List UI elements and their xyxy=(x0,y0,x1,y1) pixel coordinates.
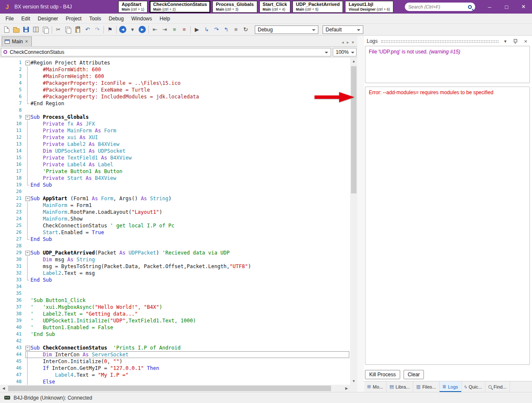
bookmark-icon[interactable]: ⚑ xyxy=(105,25,115,34)
quick-tab-layout1.bjl[interactable]: Layout1.bjlVisual Designer (ctrl + 6) xyxy=(345,1,393,13)
clear-logs-button[interactable]: Clear xyxy=(404,370,424,379)
export-icon[interactable] xyxy=(41,25,50,34)
tab-scroll-left-icon[interactable] xyxy=(342,40,344,45)
indent-icon[interactable]: ⇥ xyxy=(160,25,170,34)
vertical-scrollbar-track[interactable] xyxy=(350,65,357,378)
fold-collapse-icon[interactable] xyxy=(25,195,31,202)
titlebar: BX version first udp - B4J AppStartMain … xyxy=(0,0,532,14)
log-entry-warning[interactable]: File 'UDP.png' is not used. (warning #15… xyxy=(365,46,530,83)
horizontal-scrollbar[interactable] xyxy=(0,385,357,392)
vertical-scrollbar-thumb[interactable] xyxy=(351,66,357,193)
log-entry-error[interactable]: Error: --add-modules= requires modules t… xyxy=(365,87,530,365)
kill-process-button[interactable]: Kill Process xyxy=(365,370,400,379)
fold-guide xyxy=(25,73,31,80)
debug-mode-combobox[interactable]: Debug xyxy=(255,25,318,34)
panel-tab-libraries[interactable]: ▤Libra... xyxy=(387,381,413,392)
tab-list-icon[interactable] xyxy=(352,40,354,45)
line-number: 16 xyxy=(0,161,25,168)
search-input[interactable] xyxy=(408,4,468,9)
panel-splitter[interactable] xyxy=(357,36,364,392)
horizontal-scrollbar-track[interactable] xyxy=(7,385,343,392)
menu-file[interactable]: File xyxy=(2,14,17,23)
comment-icon[interactable]: ≡ xyxy=(170,25,179,34)
menu-project[interactable]: Project xyxy=(62,14,85,23)
code-line: 16 Private Label4 As Label xyxy=(0,161,350,168)
line-number: 7 xyxy=(0,100,25,107)
paste-icon[interactable] xyxy=(73,25,83,34)
fold-collapse-icon[interactable] xyxy=(25,59,31,66)
outdent-icon[interactable]: ⇤ xyxy=(150,25,160,34)
panel-drag-grip[interactable] xyxy=(381,40,499,43)
panel-tab-find[interactable]: Find... xyxy=(485,381,510,392)
navigate-back-icon[interactable] xyxy=(118,25,128,34)
copy-icon[interactable] xyxy=(63,25,73,34)
fold-guide xyxy=(25,317,31,324)
horizontal-scrollbar-thumb[interactable] xyxy=(8,386,331,391)
fold-collapse-icon[interactable] xyxy=(25,344,31,351)
step-into-icon[interactable]: ↳ xyxy=(202,25,212,34)
uncomment-icon[interactable]: ≡ xyxy=(179,25,189,34)
scroll-down-button[interactable] xyxy=(350,378,357,385)
build-configuration-combobox[interactable]: Default xyxy=(323,25,363,34)
run-icon[interactable]: ▶ xyxy=(192,25,202,34)
tab-scroll-right-icon[interactable] xyxy=(347,40,349,45)
undo-icon[interactable]: ↶ xyxy=(83,25,92,34)
close-button[interactable] xyxy=(515,0,532,14)
step-over-icon[interactable]: ↷ xyxy=(212,25,221,34)
annotation-arrow xyxy=(315,91,355,104)
scroll-right-button[interactable] xyxy=(343,385,350,392)
quick-tab-appstart[interactable]: AppStartMain (ctrl + 1) xyxy=(118,1,148,13)
maximize-button[interactable] xyxy=(498,0,515,14)
quick-tab-process_globals[interactable]: Process_GlobalsMain (ctrl + 3) xyxy=(212,1,257,13)
code-line: 34 xyxy=(0,283,350,290)
panel-tab-quick[interactable]: ϟQuic... xyxy=(462,381,486,392)
module-icon xyxy=(5,39,10,44)
logs-menu-button[interactable] xyxy=(502,38,509,45)
redo-icon[interactable]: ↷ xyxy=(92,25,102,34)
code-editor[interactable]: 1#Region Project Attributes2 #MainFormWi… xyxy=(0,58,350,385)
menu-debug[interactable]: Debug xyxy=(105,14,127,23)
open-icon[interactable] xyxy=(11,25,21,34)
quick-tab-udp_packetarrived[interactable]: UDP_PacketArrivedMain (ctrl + 5) xyxy=(292,1,343,13)
quick-tab-checkconnectionstatus[interactable]: CheckConnectionStatusMain (ctrl + 2) xyxy=(150,1,210,13)
logs-close-button[interactable] xyxy=(522,38,529,45)
search-box[interactable] xyxy=(405,3,475,11)
menu-tools[interactable]: Tools xyxy=(85,14,105,23)
new-icon[interactable] xyxy=(2,25,11,34)
search-icon[interactable] xyxy=(468,5,472,9)
code-text: Sub AppStart (Form1 As Form, Args() As S… xyxy=(31,195,171,202)
scroll-left-button[interactable] xyxy=(0,385,7,392)
line-number: 42 xyxy=(0,338,25,344)
cut-icon[interactable]: ✂ xyxy=(53,25,63,34)
navigate-forward-icon[interactable] xyxy=(137,25,147,34)
vertical-scrollbar[interactable] xyxy=(350,58,357,385)
modules-icon[interactable] xyxy=(31,25,41,34)
zoom-combobox[interactable]: 100% xyxy=(333,48,357,56)
menu-windows[interactable]: Windows xyxy=(128,14,156,23)
line-number: 19 xyxy=(0,182,25,188)
menu-help[interactable]: Help xyxy=(156,14,174,23)
code-text: #MainFormHeight: 600 xyxy=(31,73,104,80)
panel-tab-logs[interactable]: ≣Logs xyxy=(440,381,462,392)
back-history-icon[interactable]: ▾ xyxy=(128,25,137,34)
quick-tab-start_click[interactable]: Start_ClickMain (ctrl + 4) xyxy=(259,1,290,13)
main-tab-close-icon[interactable] xyxy=(25,39,28,45)
logs-pin-button[interactable] xyxy=(512,38,519,45)
line-number: 8 xyxy=(0,107,25,114)
menu-designer[interactable]: Designer xyxy=(34,14,62,23)
panel-tab-files[interactable]: ▥Files... xyxy=(413,381,440,392)
fold-collapse-icon[interactable] xyxy=(25,249,31,256)
minimize-button[interactable] xyxy=(481,0,498,14)
pause-icon[interactable]: ≡ xyxy=(231,25,241,34)
code-line: 38' Label2.Text = "Getting data..." xyxy=(0,311,350,317)
panel-tab-modules[interactable]: ⊞Mo... xyxy=(364,381,387,392)
save-icon[interactable] xyxy=(21,25,31,34)
sub-selector-combobox[interactable]: CheckConnectionStatus xyxy=(1,48,331,56)
step-out-icon[interactable]: ↰ xyxy=(221,25,231,34)
toolbar-separator xyxy=(52,26,52,34)
fold-collapse-icon[interactable] xyxy=(25,114,31,120)
menu-edit[interactable]: Edit xyxy=(17,14,34,23)
scroll-up-button[interactable] xyxy=(350,58,357,65)
tab-main[interactable]: Main xyxy=(2,36,32,46)
restart-icon[interactable]: ↻ xyxy=(241,25,251,34)
